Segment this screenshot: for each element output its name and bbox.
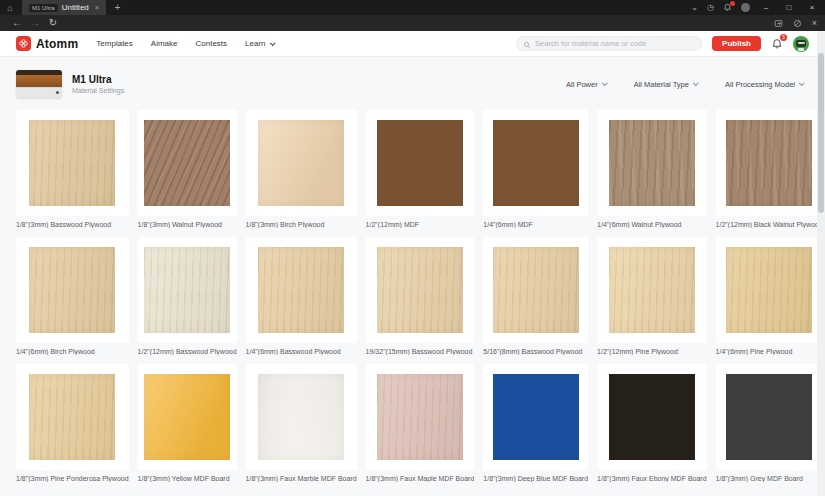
material-card[interactable]: 1/2"(12mm) Basswood Plywood [138,237,237,355]
material-card[interactable]: 1/8"(3mm) Yellow MDF Board [138,364,237,482]
material-swatch [493,374,579,460]
open-panel-icon[interactable] [774,19,783,28]
minimize-button[interactable]: – [759,3,773,12]
material-label: 1/4"(6mm) MDF [483,221,588,228]
material-label: 1/8"(3mm) Faux Ebony MDF Board [597,475,706,482]
menu-item-contests[interactable]: Contests [196,39,228,48]
filter-power[interactable]: All Power [566,80,606,89]
home-icon[interactable]: ⌂ [0,3,20,13]
material-card[interactable]: 1/2"(12mm) Black Walnut Plywood [716,110,823,228]
material-label: 1/8"(3mm) Yellow MDF Board [138,475,237,482]
back-icon[interactable]: ← [8,18,26,28]
titlebar-bell-icon[interactable] [723,3,732,12]
material-card[interactable]: 1/8"(3mm) Faux Maple MDF Board [366,364,475,482]
material-card[interactable]: 1/4"(6mm) MDF [483,110,588,228]
material-swatch [29,120,115,206]
material-swatch [609,120,695,206]
material-swatch [377,120,463,206]
titlebar: ⌂ M1 Ultra Untitled × + ⌄ ◷ – □ × [0,0,825,15]
material-card[interactable]: 1/8"(3mm) Faux Ebony MDF Board [597,364,706,482]
publish-button[interactable]: Publish [712,36,761,51]
main-menu: Templates Aimake Contests Learn [96,39,273,48]
notification-badge: 3 [780,34,787,41]
material-label: 1/8"(3mm) Pine Ponderosa Plywood [16,475,129,482]
material-swatch [493,247,579,333]
material-swatch [377,247,463,333]
brand-name[interactable]: Atomm [36,37,78,51]
material-grid: 1/8"(3mm) Basswood Plywood 1/8"(3mm) Wal… [0,108,825,482]
material-label: 1/2"(12mm) Black Walnut Plywood [716,221,823,228]
material-card[interactable]: 1/4"(6mm) Birch Plywood [16,237,129,355]
maximize-button[interactable]: □ [782,3,796,12]
scrollbar-thumb[interactable] [818,53,824,213]
machine-name: M1 Ultra [72,74,124,85]
material-card[interactable]: 1/2"(12mm) Pine Plywood [597,237,706,355]
machine-info[interactable]: M1 Ultra Material Settings [72,74,124,94]
material-card[interactable]: 1/8"(3mm) Grey MDF Board [716,364,823,482]
material-card[interactable]: 1/8"(3mm) Faux Marble MDF Board [246,364,357,482]
material-card[interactable]: 1/8"(3mm) Deep Blue MDF Board [483,364,588,482]
window-close-button[interactable]: × [805,3,819,12]
scrollbar-track [817,31,825,496]
material-label: 1/8"(3mm) Grey MDF Board [716,475,823,482]
titlebar-avatar[interactable] [741,3,750,12]
material-label: 1/4"(6mm) Birch Plywood [16,348,129,355]
new-tab-button[interactable]: + [106,2,128,13]
filter-processing-model[interactable]: All Processing Model [725,80,803,89]
bell-icon[interactable]: 3 [771,38,783,50]
search-input[interactable] [535,39,695,48]
material-card[interactable]: 1/8"(3mm) Pine Ponderosa Plywood [16,364,129,482]
user-avatar[interactable] [793,36,809,52]
chevron-down-icon[interactable]: ⌄ [691,4,698,12]
search-icon [523,35,531,53]
atomm-logo-icon[interactable] [16,36,31,51]
material-label: 19/32"(15mm) Basswood Plywood [366,348,475,355]
block-icon[interactable] [793,19,802,28]
menu-item-templates[interactable]: Templates [96,39,132,48]
material-swatch [258,247,344,333]
material-swatch [144,247,230,333]
app-window: ⌂ M1 Ultra Untitled × + ⌄ ◷ – □ × ← → ↻ [0,0,825,496]
notification-dot [730,1,735,6]
search-bar[interactable] [516,36,702,51]
machine-thumbnail[interactable] [16,70,62,98]
material-card[interactable]: 1/4"(6mm) Basswood Plywood [246,237,357,355]
material-card[interactable]: 1/4"(6mm) Pine Plywood [716,237,823,355]
panel-close-icon[interactable]: × [812,18,817,28]
forward-icon[interactable]: → [26,18,44,28]
material-label: 1/8"(3mm) Walnut Plywood [138,221,237,228]
chevron-down-icon [693,80,699,86]
material-card[interactable]: 1/8"(3mm) Birch Plywood [246,110,357,228]
material-card[interactable]: 1/8"(3mm) Basswood Plywood [16,110,129,228]
chevron-down-icon [269,40,275,46]
material-card[interactable]: 1/4"(6mm) Walnut Plywood [597,110,706,228]
chevron-down-icon [602,80,608,86]
menu-item-aimake[interactable]: Aimake [151,39,178,48]
material-swatch [144,374,230,460]
tab-close-icon[interactable]: × [95,3,100,12]
material-label: 1/4"(6mm) Basswood Plywood [246,348,357,355]
history-icon[interactable]: ◷ [707,4,714,12]
material-swatch [258,120,344,206]
machine-subtitle: Material Settings [72,87,124,94]
filter-material-type[interactable]: All Material Type [634,80,697,89]
material-label: 1/8"(3mm) Faux Maple MDF Board [366,475,475,482]
material-card[interactable]: 5/16"(8mm) Basswood Plywood [483,237,588,355]
page: Atomm Templates Aimake Contests Learn Pu… [0,31,825,496]
material-label: 1/2"(12mm) MDF [366,221,475,228]
filters: All Power All Material Type All Processi… [566,80,803,89]
material-card[interactable]: 19/32"(15mm) Basswood Plywood [366,237,475,355]
material-label: 1/8"(3mm) Faux Marble MDF Board [246,475,357,482]
material-card[interactable]: 1/8"(3mm) Walnut Plywood [138,110,237,228]
browser-navbar: ← → ↻ × [0,15,825,31]
material-card[interactable]: 1/2"(12mm) MDF [366,110,475,228]
material-swatch [377,374,463,460]
document-tab[interactable]: M1 Ultra Untitled × [22,0,106,15]
material-swatch [726,374,812,460]
material-swatch [144,120,230,206]
menu-item-learn[interactable]: Learn [245,39,273,48]
material-label: 5/16"(8mm) Basswood Plywood [483,348,588,355]
reload-icon[interactable]: ↻ [44,18,62,28]
material-swatch [29,247,115,333]
material-label: 1/8"(3mm) Basswood Plywood [16,221,129,228]
